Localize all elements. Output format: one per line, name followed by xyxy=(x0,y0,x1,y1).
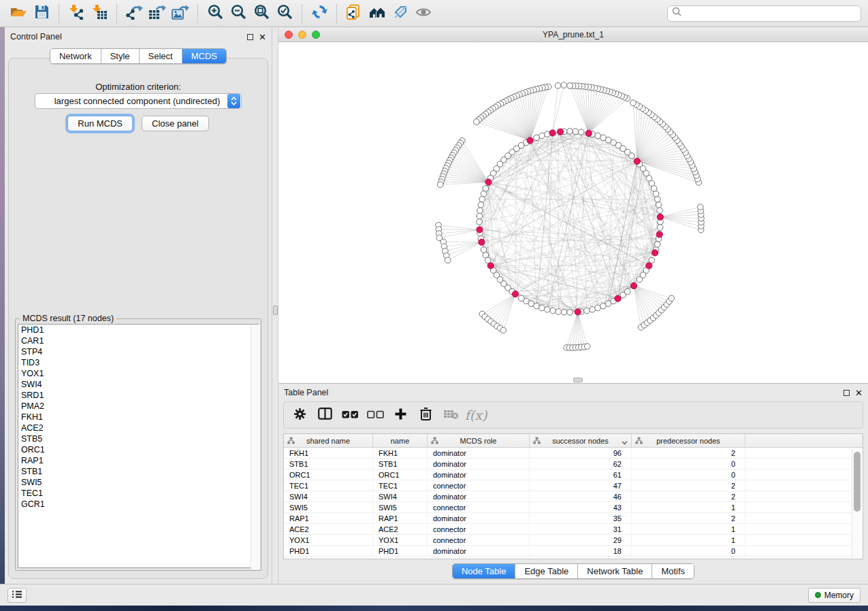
cell-MCDS-role: dominator xyxy=(428,448,530,458)
table-row[interactable]: SWI4SWI4dominator462 xyxy=(284,491,863,502)
column-header-shared-name[interactable]: shared name xyxy=(284,434,373,447)
mcds-result-item[interactable]: PHD1 xyxy=(18,325,258,335)
tab-node-table[interactable]: Node Table xyxy=(453,564,516,578)
export-table-icon xyxy=(148,4,166,22)
cell-MCDS-role: dominator xyxy=(428,513,530,523)
mcds-result-group: MCDS result (17 nodes) PHD1CAR1STP4TID3Y… xyxy=(15,318,261,571)
memory-button[interactable]: Memory xyxy=(808,588,861,603)
splitter-grip[interactable] xyxy=(273,306,278,315)
zoom-fit-button[interactable] xyxy=(250,3,273,24)
mcds-result-item[interactable]: TEC1 xyxy=(18,488,258,499)
export-network-icon xyxy=(125,4,143,22)
float-panel-icon[interactable] xyxy=(843,390,850,396)
import-table-button[interactable] xyxy=(88,3,111,24)
column-header-name[interactable]: name xyxy=(373,434,428,447)
table-scrollbar-thumb[interactable] xyxy=(854,452,861,512)
close-panel-icon[interactable]: ✕ xyxy=(259,34,266,40)
open-session-button[interactable] xyxy=(7,3,30,24)
table-row[interactable]: PHD1PHD1dominator180 xyxy=(284,546,863,557)
search-input[interactable] xyxy=(682,9,856,18)
mcds-result-item[interactable]: FKH1 xyxy=(18,412,258,423)
tab-network[interactable]: Network xyxy=(50,49,101,63)
mcds-result-item[interactable]: ACE2 xyxy=(18,423,258,433)
hide-labels-button[interactable] xyxy=(389,3,412,24)
zoom-out-button[interactable] xyxy=(227,3,250,24)
save-session-button[interactable] xyxy=(30,3,53,24)
mcds-result-item[interactable]: ORC1 xyxy=(18,444,258,455)
network-window-titlebar[interactable]: YPA_prune.txt_1 xyxy=(278,28,868,42)
tab-style[interactable]: Style xyxy=(101,49,140,63)
mcds-result-item[interactable]: STB5 xyxy=(18,433,258,444)
network-window-title: YPA_prune.txt_1 xyxy=(278,30,868,39)
cell-name: SWI4 xyxy=(373,491,428,501)
cell-shared-name: PHD1 xyxy=(284,546,373,556)
mcds-result-scrollbar[interactable] xyxy=(251,325,260,569)
ui-settings-button[interactable] xyxy=(7,588,27,603)
desktop-wallpaper-bottom xyxy=(0,606,868,611)
mcds-result-item[interactable]: GCR1 xyxy=(18,499,258,510)
table-row[interactable]: SWI5SWI5connector431 xyxy=(284,502,863,513)
mcds-result-item[interactable]: SRD1 xyxy=(18,390,258,401)
mcds-result-item[interactable]: STP4 xyxy=(18,346,258,357)
horizontal-splitter-grip[interactable] xyxy=(573,378,583,382)
save-icon xyxy=(35,5,49,22)
float-panel-icon[interactable] xyxy=(247,34,253,40)
zoom-in-button[interactable] xyxy=(204,3,227,24)
delete-column-button[interactable] xyxy=(415,405,436,425)
show-columns-button[interactable] xyxy=(315,405,335,425)
tab-select[interactable]: Select xyxy=(140,49,182,63)
deselect-all-button[interactable] xyxy=(365,405,385,425)
cell-predecessor-nodes: 2 xyxy=(632,448,745,458)
export-network-button[interactable] xyxy=(123,3,146,24)
table-options-button[interactable] xyxy=(289,405,310,425)
select-all-button[interactable] xyxy=(340,405,360,425)
mcds-result-item[interactable]: SWI5 xyxy=(18,477,258,488)
column-header-MCDS-role[interactable]: MCDS role xyxy=(428,434,530,447)
table-row[interactable]: TEC1TEC1connector472 xyxy=(284,480,863,491)
export-table-button[interactable] xyxy=(146,3,169,24)
cell-successor-nodes: 35 xyxy=(530,513,632,523)
mcds-result-item[interactable]: YOX1 xyxy=(18,368,258,379)
close-panel-icon[interactable]: ✕ xyxy=(855,390,863,396)
add-column-button[interactable] xyxy=(390,405,411,425)
export-image-button[interactable] xyxy=(169,3,192,24)
run-mcds-button[interactable]: Run MCDS xyxy=(67,116,133,131)
optimization-criterion-select[interactable]: largest connected component (undirected) xyxy=(35,93,242,109)
search-field[interactable] xyxy=(667,5,861,22)
eye-icon xyxy=(415,6,432,21)
table-row[interactable]: ACE2ACE2connector311 xyxy=(284,524,863,535)
mcds-result-item[interactable]: STB1 xyxy=(18,466,258,477)
table-row[interactable]: FKH1FKH1dominator962 xyxy=(284,448,863,459)
mcds-result-item[interactable]: RAP1 xyxy=(18,455,258,466)
cell-successor-nodes: 29 xyxy=(530,535,632,545)
cell-MCDS-role: connector xyxy=(428,524,530,534)
mcds-result-list[interactable]: PHD1CAR1STP4TID3YOX1SWI4SRD1PMA2FKH1ACE2… xyxy=(18,324,259,568)
network-canvas[interactable] xyxy=(278,42,868,383)
mcds-result-item[interactable]: PMA2 xyxy=(18,401,258,412)
table-row[interactable]: ORC1ORC1dominator610 xyxy=(284,469,863,480)
table-row[interactable]: YOX1YOX1connector291 xyxy=(284,535,863,546)
import-network-button[interactable] xyxy=(65,3,88,24)
tab-network-table[interactable]: Network Table xyxy=(578,564,652,578)
cell-successor-nodes: 47 xyxy=(530,480,632,491)
column-header-successor-nodes[interactable]: successor nodes xyxy=(530,434,632,447)
tab-mcds[interactable]: MCDS xyxy=(182,49,226,63)
mcds-result-item[interactable]: CAR1 xyxy=(18,335,258,346)
apply-layout-button[interactable] xyxy=(308,3,331,24)
close-panel-button[interactable]: Close panel xyxy=(142,116,209,131)
tab-edge-table[interactable]: Edge Table xyxy=(515,564,578,578)
table-row[interactable]: RAP1RAP1dominator352 xyxy=(284,513,863,524)
tab-motifs[interactable]: Motifs xyxy=(652,564,694,578)
mcds-result-item[interactable]: TID3 xyxy=(18,357,258,368)
vertical-splitter[interactable] xyxy=(272,28,278,584)
table-scrollbar[interactable] xyxy=(852,448,862,558)
cell-name: ORC1 xyxy=(373,469,428,480)
new-network-button[interactable] xyxy=(342,3,366,24)
zoom-selected-button[interactable] xyxy=(273,3,296,24)
column-header-predecessor-nodes[interactable]: predecessor nodes xyxy=(632,434,745,447)
show-graphics-details-button[interactable] xyxy=(412,3,435,24)
table-row[interactable]: STB1STB1dominator620 xyxy=(284,459,863,469)
show-home-button[interactable] xyxy=(366,3,389,24)
fx-icon: f(x) xyxy=(465,408,487,423)
mcds-result-item[interactable]: SWI4 xyxy=(18,379,258,390)
